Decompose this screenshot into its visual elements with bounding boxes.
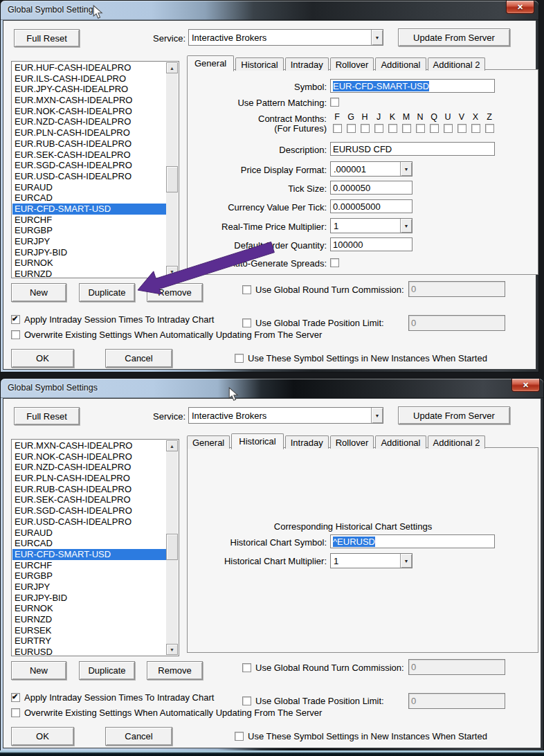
contract-month-checkbox[interactable] (347, 124, 356, 133)
symbol-list-item[interactable]: EUR.MXN-CASH-IDEALPRO (12, 440, 166, 451)
use-pattern-matching-checkbox[interactable] (330, 98, 339, 107)
tab[interactable]: Additional 2 (428, 57, 486, 71)
symbol-list-item[interactable]: EURNZD (12, 269, 166, 277)
ok-button[interactable]: OK (11, 727, 74, 746)
symbol-listbox[interactable]: EUR.HUF-CASH-IDEALPROEUR.ILS-CASH-IDEALP… (11, 61, 179, 278)
list-scrollbar[interactable]: ▲ ▼ (166, 440, 178, 655)
tab[interactable]: Rollover (330, 435, 374, 449)
price-display-format-dropdown[interactable]: .000001 ▼ (330, 161, 412, 177)
contract-month-checkbox[interactable] (333, 124, 342, 133)
contract-month-checkbox[interactable] (457, 124, 466, 133)
chevron-down-icon[interactable]: ▼ (400, 219, 412, 233)
contract-month-checkbox[interactable] (485, 124, 494, 133)
service-dropdown[interactable]: Interactive Brokers ▼ (188, 407, 383, 424)
tab[interactable]: Intraday (285, 57, 329, 71)
symbol-list-item[interactable]: EUR.USD-CASH-IDEALPRO (12, 516, 166, 528)
tab[interactable]: Additional (375, 57, 426, 71)
contract-month-checkbox[interactable] (388, 124, 397, 133)
use-global-trade-position-limit-checkbox[interactable] (242, 318, 251, 327)
symbol-list-item[interactable]: EUR-CFD-SMART-USD (12, 204, 166, 215)
overwrite-existing-settings-checkbox[interactable] (11, 330, 20, 339)
symbol-list-item[interactable]: EUR.HUF-CASH-IDEALPRO (12, 62, 166, 73)
real-time-price-multiplier-dropdown[interactable]: 1 ▼ (330, 218, 412, 233)
contract-month-checkbox[interactable] (444, 124, 453, 133)
tab[interactable]: Intraday (285, 435, 329, 449)
symbol-list-item[interactable]: EUR.SGD-CASH-IDEALPRO (12, 505, 166, 516)
close-button[interactable]: ✕ (506, 1, 534, 14)
symbol-list-item[interactable]: EUR.PLN-CASH-IDEALPRO (12, 127, 166, 138)
symbol-input[interactable]: EUR-CFD-SMART-USD (330, 79, 495, 93)
symbol-list-item[interactable]: EUR.USD-CASH-IDEALPRO (12, 171, 166, 182)
title-bar[interactable]: Global Symbol Settings ✕ (1, 1, 538, 20)
symbol-list-item[interactable]: EUR.SGD-CASH-IDEALPRO (12, 160, 166, 171)
tab[interactable]: Additional (375, 435, 426, 449)
symbol-list-item[interactable]: EURSEK (12, 625, 166, 636)
title-bar[interactable]: Global Symbol Settings ✕ (1, 379, 543, 398)
use-global-trade-position-limit-checkbox[interactable] (242, 696, 251, 705)
tab[interactable]: Rollover (330, 57, 374, 71)
symbol-list[interactable]: EUR.MXN-CASH-IDEALPROEUR.NOK-CASH-IDEALP… (12, 440, 166, 655)
tab[interactable]: General (187, 55, 234, 71)
update-from-server-button[interactable]: Update From Server (398, 28, 510, 46)
symbol-listbox[interactable]: EUR.MXN-CASH-IDEALPROEUR.NOK-CASH-IDEALP… (11, 439, 179, 656)
scroll-down-icon[interactable]: ▼ (166, 644, 178, 655)
description-input[interactable]: EURUSD CFD (330, 142, 495, 156)
symbol-list-item[interactable]: EURNOK (12, 258, 166, 269)
default-order-quantity-input[interactable]: 100000 (330, 237, 412, 251)
symbol-list-item[interactable]: EUR.JPY-CASH-IDEALPRO (12, 84, 166, 95)
remove-button[interactable]: Remove (147, 283, 203, 302)
symbol-list-item[interactable]: EURJPY (12, 582, 166, 593)
contract-month-checkbox[interactable] (361, 124, 370, 133)
contract-month-checkbox[interactable] (402, 124, 411, 133)
symbol-list-item[interactable]: EUR.SEK-CASH-IDEALPRO (12, 150, 166, 161)
symbol-list-item[interactable]: EUR.MXN-CASH-IDEALPRO (12, 95, 166, 106)
symbol-list[interactable]: EUR.HUF-CASH-IDEALPROEUR.ILS-CASH-IDEALP… (12, 62, 166, 277)
scroll-up-icon[interactable]: ▲ (166, 62, 178, 73)
apply-intraday-session-checkbox[interactable] (11, 315, 20, 324)
chevron-down-icon[interactable]: ▼ (371, 30, 383, 45)
currency-value-per-tick-input[interactable]: 0.00005000 (330, 199, 412, 213)
symbol-list-item[interactable]: EURTRY (12, 636, 166, 647)
tab[interactable]: Historical (231, 433, 283, 449)
use-these-symbol-settings-checkbox[interactable] (235, 354, 244, 363)
tab[interactable]: Additional 2 (428, 435, 486, 449)
tick-size-input[interactable]: 0.000050 (330, 181, 412, 195)
chevron-down-icon[interactable]: ▼ (400, 162, 412, 176)
apply-intraday-session-checkbox[interactable] (11, 693, 20, 702)
symbol-list-item[interactable]: EUR-CFD-SMART-USD (12, 549, 166, 560)
duplicate-button[interactable]: Duplicate (79, 661, 135, 680)
contract-month-checkbox[interactable] (374, 124, 383, 133)
symbol-list-item[interactable]: EUR.PLN-CASH-IDEALPRO (12, 473, 166, 484)
symbol-list-item[interactable]: EUR.NZD-CASH-IDEALPRO (12, 116, 166, 127)
symbol-list-item[interactable]: EURNOK (12, 603, 166, 614)
remove-button[interactable]: Remove (147, 661, 203, 680)
symbol-list-item[interactable]: EUR.NOK-CASH-IDEALPRO (12, 451, 166, 462)
full-reset-button[interactable]: Full Reset (14, 29, 80, 47)
full-reset-button[interactable]: Full Reset (14, 407, 80, 425)
use-global-round-turn-commission-checkbox[interactable] (242, 663, 251, 672)
tab[interactable]: Historical (235, 57, 283, 71)
duplicate-button[interactable]: Duplicate (79, 283, 135, 302)
service-dropdown[interactable]: Interactive Brokers ▼ (188, 29, 383, 46)
symbol-list-item[interactable]: EUR.NOK-CASH-IDEALPRO (12, 106, 166, 117)
symbol-list-item[interactable]: EURNZD (12, 614, 166, 625)
ok-button[interactable]: OK (11, 349, 74, 368)
symbol-list-item[interactable]: EURJPY-BID (12, 593, 166, 604)
symbol-list-item[interactable]: EURGBP (12, 225, 166, 236)
symbol-list-item[interactable]: EURJPY-BID (12, 247, 166, 258)
auto-generate-spreads-checkbox[interactable] (330, 258, 339, 267)
symbol-list-item[interactable]: EURCHF (12, 560, 166, 571)
symbol-list-item[interactable]: EURUSD (12, 647, 166, 655)
historical-chart-symbol-input[interactable]: ^EURUSD (330, 534, 495, 548)
symbol-list-item[interactable]: EUR.NZD-CASH-IDEALPRO (12, 462, 166, 473)
use-global-round-turn-commission-checkbox[interactable] (242, 285, 251, 294)
symbol-list-item[interactable]: EURAUD (12, 182, 166, 193)
contract-month-checkbox[interactable] (416, 124, 425, 133)
cancel-button[interactable]: Cancel (105, 349, 172, 368)
symbol-list-item[interactable]: EURCAD (12, 192, 166, 204)
cancel-button[interactable]: Cancel (105, 727, 172, 746)
new-button[interactable]: New (11, 283, 66, 302)
symbol-list-item[interactable]: EUR.ILS-CASH-IDEALPRO (12, 73, 166, 84)
chevron-down-icon[interactable]: ▼ (371, 408, 383, 423)
new-button[interactable]: New (11, 661, 66, 680)
